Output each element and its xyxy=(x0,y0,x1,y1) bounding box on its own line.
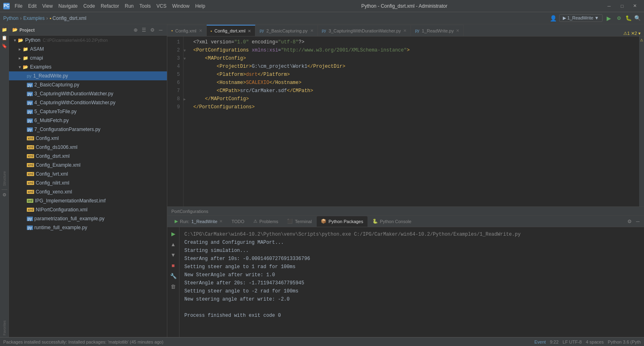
py-icon-6: py xyxy=(27,118,33,123)
menu-window[interactable]: Window xyxy=(172,3,190,9)
tree-label-examples: Examples xyxy=(30,64,52,70)
python-console-tab-label: Python Console xyxy=(380,219,412,224)
run-button[interactable]: ▶ xyxy=(605,14,613,22)
menu-refactor[interactable]: Refactor xyxy=(101,3,119,9)
code-content[interactable]: <?xml version="1.0" encoding="utf-8"?> <… xyxy=(189,37,639,206)
tab-todo[interactable]: TODO xyxy=(227,216,249,227)
editor-area: ▪ Config.xml ✕ ▪ Config_dsrt.xml ✕ py 2_… xyxy=(167,24,644,337)
fold-marker-3[interactable]: ▾ xyxy=(184,54,189,62)
code-editor[interactable]: 1 2 3 4 5 6 7 8 9 ▾ ▾ ▸ xyxy=(167,37,644,206)
scroll-down-button[interactable]: ▼ xyxy=(169,251,177,259)
tree-item-6multifetch[interactable]: py 6_MultiFetch.py xyxy=(9,116,167,125)
project-view-icon[interactable]: 📁 xyxy=(1,26,8,33)
tree-item-configexample[interactable]: xml Config_Example.xml xyxy=(9,161,167,170)
search-button[interactable]: 🔍 xyxy=(634,15,641,21)
tab-config-xml[interactable]: ▪ Config.xml ✕ xyxy=(167,25,207,36)
menu-run[interactable]: Run xyxy=(125,3,134,9)
run-output: C:\IPG\CarMaker\win64-10.2\Python\venv\S… xyxy=(179,227,644,337)
tab-close-3[interactable]: ✕ xyxy=(310,28,313,33)
menu-edit[interactable]: Edit xyxy=(28,3,37,9)
close-panel-icon[interactable]: ─ xyxy=(158,26,164,34)
breadcrumb-file[interactable]: ▪Config_dsrt.xml xyxy=(50,15,86,21)
tree-item-7confparam[interactable]: py 7_ConfigurationParameters.py xyxy=(9,125,167,134)
tree-item-confignilrt[interactable]: xml Config_nilrt.xml xyxy=(9,178,167,187)
collapse-all-button[interactable]: ☰ xyxy=(140,26,147,34)
tree-item-5capfile[interactable]: py 5_CaptureToFile.py xyxy=(9,107,167,116)
menu-vcs[interactable]: VCS xyxy=(156,3,166,9)
maximize-button[interactable]: □ xyxy=(616,2,628,10)
scroll-up-button[interactable]: ▲ xyxy=(169,240,177,248)
event-label[interactable]: Event xyxy=(534,340,546,344)
menu-code[interactable]: Code xyxy=(83,3,95,9)
favorites-label[interactable]: Favorites xyxy=(2,320,6,335)
build-button[interactable]: ⚙ xyxy=(615,15,623,22)
menu-file[interactable]: File xyxy=(15,3,22,9)
tree-item-niportconf[interactable]: xml NIPortConfiguration.xml xyxy=(9,205,167,214)
tab-python-console[interactable]: 🐍 Python Console xyxy=(368,216,416,227)
tree-item-ipgimf[interactable]: imf IPG_ImplementationManifest.imf xyxy=(9,196,167,205)
tab-close-2[interactable]: ✕ xyxy=(248,29,251,33)
run-config-dropdown[interactable]: ▶ 1_ReadWrite ▼ xyxy=(559,14,603,22)
menu-tools[interactable]: Tools xyxy=(139,3,151,9)
tree-item-4capwcond[interactable]: py 4_CapturingWithConditionWatcher.py xyxy=(9,98,167,107)
tab-1readwrite[interactable]: py 1_ReadWrite.py ✕ xyxy=(411,25,464,36)
menu-navigate[interactable]: Navigate xyxy=(58,3,78,9)
tree-item-configxeno[interactable]: xml Config_xeno.xml xyxy=(9,187,167,196)
fold-marker-2[interactable]: ▾ xyxy=(184,46,189,54)
tree-item-asam[interactable]: ▸ 📁 ASAM xyxy=(9,45,167,54)
fold-marker-8[interactable]: ▸ xyxy=(184,95,189,103)
breadcrumb-examples[interactable]: Examples xyxy=(23,15,45,21)
tab-python-packages[interactable]: 📦 Python Packages xyxy=(317,216,367,227)
wrench-icon[interactable]: 🔧 xyxy=(169,272,177,280)
debug-button[interactable]: 🐛 xyxy=(625,15,632,21)
tree-item-configxml[interactable]: xml Config.xml xyxy=(9,134,167,143)
tab-2basiccap[interactable]: py 2_BasicCapturing.py ✕ xyxy=(255,25,318,36)
tree-item-cmapi[interactable]: ▸ 📁 cmapi xyxy=(9,54,167,62)
tree-item-examples[interactable]: ▾ 📂 Examples xyxy=(9,62,167,71)
tab-3capwdur[interactable]: py 3_CapturingWithDurationWatcher.py ✕ xyxy=(318,25,411,36)
tree-item-2basiccap[interactable]: py 2_BasicCapturing.py xyxy=(9,80,167,89)
tab-close-4[interactable]: ✕ xyxy=(403,28,406,33)
close-button[interactable]: ✕ xyxy=(629,2,641,10)
problems-icon: ⚠ xyxy=(253,219,257,224)
settings-gear-icon[interactable]: ⚙ xyxy=(149,26,156,34)
commit-icon[interactable]: 📋 xyxy=(1,34,8,41)
tree-item-3capwdur[interactable]: py 3_CapturingWithDurationWatcher.py xyxy=(9,89,167,98)
bottom-minimize-icon[interactable]: ─ xyxy=(635,218,641,225)
title-bar: PC File Edit View Navigate Code Refactor… xyxy=(0,0,644,12)
tree-item-configds1006[interactable]: xml Config_ds1006.xml xyxy=(9,143,167,152)
code-line-8: </MAPortConfig> xyxy=(193,95,635,103)
expand-all-button[interactable]: ⊕ xyxy=(132,26,139,34)
tab-config-dsrt-xml[interactable]: ▪ Config_dsrt.xml ✕ xyxy=(207,25,256,36)
breadcrumb-python[interactable]: Python xyxy=(3,15,18,21)
tab-run[interactable]: ▶ Run: 1_ReadWrite ✕ xyxy=(171,216,227,227)
tab-terminal[interactable]: ⬛ Terminal xyxy=(283,216,316,227)
stop-button[interactable]: ■ xyxy=(169,261,177,269)
tab-close-5[interactable]: ✕ xyxy=(456,28,459,33)
run-output-cmd: C:\IPG\CarMaker\win64-10.2\Python\venv\S… xyxy=(184,230,639,239)
tree-label-cmapi: cmapi xyxy=(30,55,43,61)
tree-item-1readwrite[interactable]: py 1_ReadWrite.py xyxy=(9,71,167,80)
run-tab-close[interactable]: ✕ xyxy=(219,219,223,224)
menu-view[interactable]: View xyxy=(42,3,53,9)
trash-icon[interactable]: 🗑 xyxy=(169,282,177,290)
tree-label-confignilrt: Config_nilrt.xml xyxy=(36,180,69,186)
menu-help[interactable]: Help xyxy=(195,3,205,9)
run-panel: ▶ ▲ ▼ ■ 🔧 🗑 C:\IPG\CarMaker\win64-10.2\P… xyxy=(167,227,644,337)
tab-label-2basiccap: 2_BasicCapturing.py xyxy=(266,28,308,33)
run-play-button[interactable]: ▶ xyxy=(169,230,177,238)
settings-icon[interactable]: ⚙ xyxy=(1,191,8,199)
tab-xml-icon-2: ▪ xyxy=(211,29,212,33)
xml-icon-dsrt: xml xyxy=(27,154,34,158)
tree-root-python[interactable]: ▾ 📂 Python C:\IPG\carmaker\win64-10.2\Py… xyxy=(9,36,167,45)
minimize-button[interactable]: ─ xyxy=(603,2,615,10)
tree-item-configlvrt[interactable]: xml Config_lvrt.xml xyxy=(9,170,167,178)
tab-close-1[interactable]: ✕ xyxy=(199,28,202,33)
bookmark-icon[interactable]: 🔖 xyxy=(1,42,8,49)
tree-item-runtimefull[interactable]: py runtime_full_example.py xyxy=(9,223,167,232)
tree-item-configdsrt[interactable]: xml Config_dsrt.xml xyxy=(9,152,167,161)
tree-item-paramfull[interactable]: py parametrization_full_example.py xyxy=(9,214,167,223)
structure-label[interactable]: Structure xyxy=(2,171,6,186)
tab-problems[interactable]: ⚠ Problems xyxy=(249,216,282,227)
bottom-settings-icon[interactable]: ⚙ xyxy=(626,218,633,225)
